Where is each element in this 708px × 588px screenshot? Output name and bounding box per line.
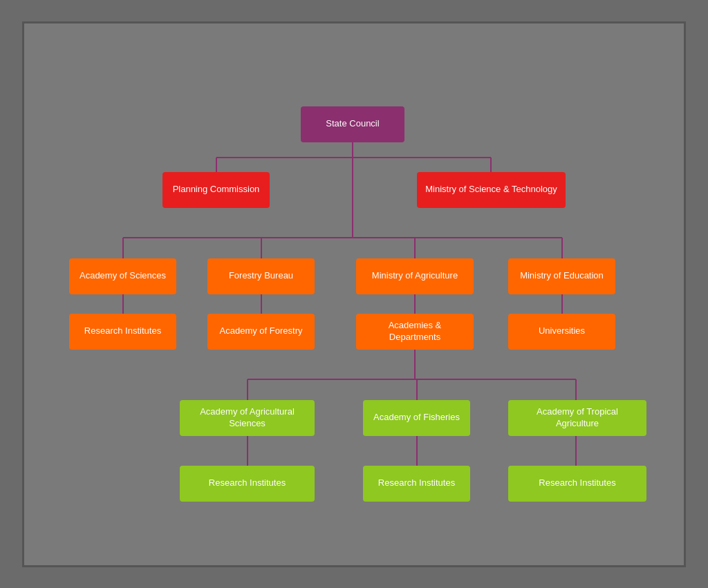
academy-fisheries-node[interactable]: Academy of Fisheries (363, 400, 470, 436)
research-institutes-1-node[interactable]: Research Institutes (69, 314, 176, 350)
state-council-node[interactable]: State Council (301, 106, 404, 142)
research-institutes-2-node[interactable]: Research Institutes (180, 466, 315, 502)
canvas: State Council Planning Commission Minist… (22, 21, 686, 567)
research-institutes-4-node[interactable]: Research Institutes (508, 466, 646, 502)
ministry-agriculture-node[interactable]: Ministry of Agriculture (356, 258, 474, 294)
academies-departments-node[interactable]: Academies & Departments (356, 314, 474, 350)
forestry-bureau-node[interactable]: Forestry Bureau (207, 258, 315, 294)
research-institutes-3-node[interactable]: Research Institutes (363, 466, 470, 502)
academy-forestry-node[interactable]: Academy of Forestry (207, 314, 315, 350)
academy-agricultural-node[interactable]: Academy of Agricultural Sciences (180, 400, 315, 436)
planning-commission-node[interactable]: Planning Commission (162, 172, 270, 208)
academy-tropical-node[interactable]: Academy of Tropical Agriculture (508, 400, 646, 436)
ministry-education-node[interactable]: Ministry of Education (508, 258, 615, 294)
academy-sciences-node[interactable]: Academy of Sciences (69, 258, 176, 294)
ministry-science-node[interactable]: Ministry of Science & Technology (417, 172, 566, 208)
universities-node[interactable]: Universities (508, 314, 615, 350)
org-chart: State Council Planning Commission Minist… (24, 23, 684, 565)
